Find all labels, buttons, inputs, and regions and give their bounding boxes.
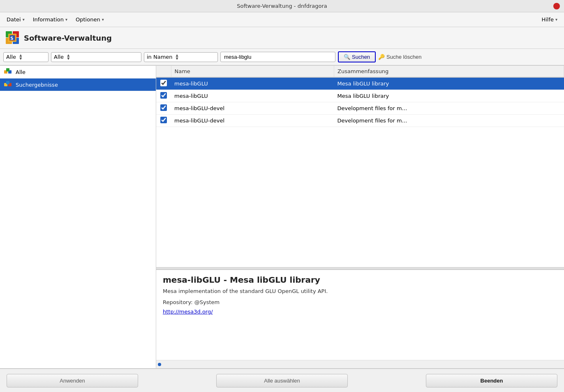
detail-link[interactable]: http://mesa3d.org/ xyxy=(163,309,213,315)
bottom-bar: Anwenden Alle auswählen Beenden xyxy=(0,368,564,392)
searchin-spin-arrows[interactable]: ▲ ▼ xyxy=(176,54,178,60)
select-all-button[interactable]: Alle auswählen xyxy=(216,374,348,387)
apply-button[interactable]: Anwenden xyxy=(7,374,138,387)
detail-panel: mesa-libGLU - Mesa libGLU library Mesa i… xyxy=(156,270,564,360)
svg-rect-13 xyxy=(6,81,9,84)
package-summary: Development files for m… xyxy=(334,102,564,115)
search-input[interactable] xyxy=(220,52,335,62)
package-checkbox[interactable] xyxy=(160,92,167,99)
table-row[interactable]: mesa-libGLUMesa libGLU library xyxy=(156,77,564,90)
quit-button[interactable]: Beenden xyxy=(426,374,557,387)
clear-icon: 🔑 xyxy=(378,54,385,60)
menu-information[interactable]: Information ▾ xyxy=(30,15,71,24)
clear-search-button[interactable]: 🔑 Suche löschen xyxy=(378,54,421,60)
spin-down-icon[interactable]: ▼ xyxy=(176,57,178,60)
table-header: Name Zusammenfassung xyxy=(156,66,564,77)
app-title: Software-Verwaltung xyxy=(24,34,112,42)
menu-datei[interactable]: Datei ▾ xyxy=(3,15,28,24)
table-row[interactable]: mesa-libGLU-develDevelopment files for m… xyxy=(156,115,564,127)
menu-optionen[interactable]: Optionen ▾ xyxy=(72,15,107,24)
col-header-checkbox xyxy=(156,66,171,77)
group-spin-arrows[interactable]: ▲ ▼ xyxy=(19,54,22,60)
group-filter[interactable]: Alle ▲ ▼ xyxy=(3,52,49,62)
detail-repository: Repository: @System xyxy=(163,299,557,305)
left-panel: Alle Suchergebnisse xyxy=(0,66,156,368)
chevron-down-icon: ▾ xyxy=(102,17,104,22)
package-summary: Mesa libGLU library xyxy=(334,90,564,102)
menu-hilfe[interactable]: Hilfe ▾ xyxy=(538,15,561,24)
svg-rect-10 xyxy=(6,68,9,71)
detail-description: Mesa implementation of the standard GLU … xyxy=(163,288,557,294)
group-icon xyxy=(4,68,12,76)
app-icon: S xyxy=(5,30,20,45)
category-spin-arrows[interactable]: ▲ ▼ xyxy=(67,54,69,60)
sidebar-item-suchergebnisse[interactable]: Suchergebnisse xyxy=(0,78,156,91)
scroll-thumb[interactable] xyxy=(158,363,161,366)
search-results-icon xyxy=(4,81,12,88)
horizontal-scrollbar[interactable] xyxy=(156,360,564,368)
category-filter[interactable]: Alle ▲ ▼ xyxy=(51,52,141,62)
package-checkbox[interactable] xyxy=(160,104,167,111)
main-content: Alle Suchergebnisse Name Zusammenfassung xyxy=(0,65,564,368)
table-row[interactable]: mesa-libGLU-develDevelopment files for m… xyxy=(156,102,564,115)
spin-down-icon[interactable]: ▼ xyxy=(19,57,22,60)
package-summary: Mesa libGLU library xyxy=(334,77,564,90)
package-name: mesa-libGLU-devel xyxy=(171,115,334,127)
filter-bar: Alle ▲ ▼ Alle ▲ ▼ in Namen ▲ ▼ 🔍 Suchen … xyxy=(0,49,564,65)
package-checkbox[interactable] xyxy=(160,117,167,123)
package-table-container[interactable]: Name Zusammenfassung mesa-libGLUMesa lib… xyxy=(156,66,564,267)
search-icon: 🔍 xyxy=(344,54,350,60)
title-bar: Software-Verwaltung - dnfdragora xyxy=(0,0,564,12)
package-name: mesa-libGLU xyxy=(171,90,334,102)
spin-down-icon[interactable]: ▼ xyxy=(67,57,69,60)
chevron-down-icon: ▾ xyxy=(65,17,67,22)
col-header-summary: Zusammenfassung xyxy=(334,66,564,77)
table-row[interactable]: mesa-libGLUMesa libGLU library xyxy=(156,90,564,102)
window-title: Software-Verwaltung - dnfdragora xyxy=(237,3,327,9)
package-name: mesa-libGLU xyxy=(171,77,334,90)
search-button[interactable]: 🔍 Suchen xyxy=(338,51,376,62)
col-header-name: Name xyxy=(171,66,334,77)
close-button[interactable] xyxy=(553,3,560,9)
chevron-down-icon: ▾ xyxy=(555,17,557,22)
table-body: mesa-libGLUMesa libGLU librarymesa-libGL… xyxy=(156,77,564,127)
menu-bar: Datei ▾ Information ▾ Optionen ▾ Hilfe ▾ xyxy=(0,12,564,27)
sidebar-item-alle[interactable]: Alle xyxy=(0,66,156,78)
svg-text:S: S xyxy=(10,36,14,41)
package-table: Name Zusammenfassung mesa-libGLUMesa lib… xyxy=(156,66,564,127)
package-checkbox[interactable] xyxy=(160,80,167,86)
package-name: mesa-libGLU-devel xyxy=(171,102,334,115)
package-summary: Development files for m… xyxy=(334,115,564,127)
detail-title: mesa-libGLU - Mesa libGLU library xyxy=(163,275,557,285)
chevron-down-icon: ▾ xyxy=(23,17,25,22)
search-in-filter[interactable]: in Namen ▲ ▼ xyxy=(144,52,218,62)
app-header: S Software-Verwaltung xyxy=(0,27,564,49)
right-panel: Name Zusammenfassung mesa-libGLUMesa lib… xyxy=(156,66,564,368)
